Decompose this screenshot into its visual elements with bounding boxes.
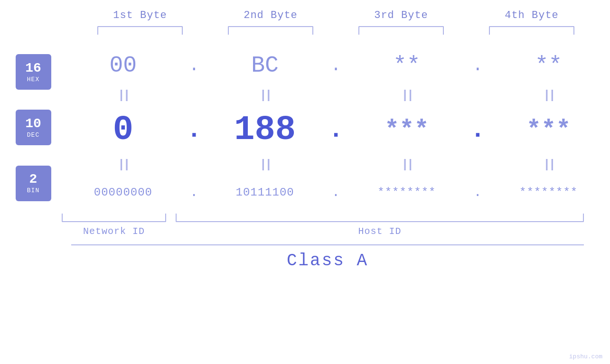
byte3-header: 3rd Byte xyxy=(336,9,467,21)
hex-dot2: . xyxy=(327,56,346,75)
hex-b2-cell: BC xyxy=(204,53,327,78)
main-container: 1st Byte 2nd Byte 3rd Byte 4th Byte 16 H… xyxy=(0,0,610,364)
bottom-bracket-network xyxy=(62,214,166,222)
dec-b3-cell: *** xyxy=(346,116,469,144)
hex-b3: ** xyxy=(393,53,421,78)
left-badges: 16 HEX 10 DEC 2 BIN xyxy=(0,44,62,211)
pipe-cell-1-1: || xyxy=(62,88,185,103)
dec-b3: *** xyxy=(385,116,429,144)
bin-b1-cell: 00000000 xyxy=(62,186,185,199)
dec-b2: 188 xyxy=(234,111,296,149)
dec-b4-cell: *** xyxy=(487,116,610,144)
bin-dot2: . xyxy=(327,185,346,200)
hex-b2: BC xyxy=(251,53,279,78)
pipe-cell-2-1: || xyxy=(62,158,185,172)
pipe-cell-2-4: || xyxy=(487,158,610,172)
dec-badge-label: DEC xyxy=(27,131,39,139)
dec-dot2: . xyxy=(327,116,346,144)
byte1-header: 1st Byte xyxy=(75,9,206,21)
dec-dot1: . xyxy=(185,116,204,144)
dec-b1-cell: 0 xyxy=(62,111,185,149)
bin-b4-cell: ******** xyxy=(487,186,610,199)
byte2-header: 2nd Byte xyxy=(206,9,336,21)
top-bracket-1 xyxy=(97,26,183,35)
class-label: Class A xyxy=(287,251,368,271)
content-area: 16 HEX 10 DEC 2 BIN 00 . xyxy=(0,44,610,211)
bin-dot3: . xyxy=(468,185,487,200)
bottom-bracket-host xyxy=(176,214,584,222)
top-bracket-2 xyxy=(228,26,313,35)
pipe-cell-1-2: || xyxy=(204,88,327,103)
bracket-cell-4 xyxy=(467,26,597,35)
bracket-cell-2 xyxy=(206,26,336,35)
pipe-row-1: || || || || xyxy=(62,87,610,104)
pipe-cell-1-3: || xyxy=(346,88,469,103)
byte-headers: 1st Byte 2nd Byte 3rd Byte 4th Byte xyxy=(75,9,597,21)
hex-dot1: . xyxy=(185,56,204,75)
hex-b1: 00 xyxy=(110,53,137,78)
bin-value-row: 00000000 . 10111100 . ******** . xyxy=(62,173,610,211)
watermark: ipshu.com xyxy=(569,353,602,360)
dec-dot3: . xyxy=(468,116,487,144)
bottom-brackets-row xyxy=(62,214,584,222)
hex-badge: 16 HEX xyxy=(16,54,51,90)
dec-b4: *** xyxy=(526,116,571,144)
host-id-label: Host ID xyxy=(176,226,584,237)
dec-badge: 10 DEC xyxy=(16,110,51,145)
bin-badge-label: BIN xyxy=(27,187,39,194)
pipe-row-2: || || || || xyxy=(62,156,610,173)
bin-badge: 2 BIN xyxy=(16,166,51,201)
pipe-cell-1-4: || xyxy=(487,88,610,103)
hex-b4: ** xyxy=(535,53,563,78)
dec-badge-num: 10 xyxy=(25,117,41,131)
bin-b2: 10111100 xyxy=(236,186,294,199)
hex-dot3: . xyxy=(468,56,487,75)
bin-b2-cell: 10111100 xyxy=(204,186,327,199)
bin-badge-num: 2 xyxy=(29,172,38,187)
dec-value-row: 0 . 188 . *** . *** xyxy=(62,104,610,156)
bin-b1: 00000000 xyxy=(94,186,152,199)
bin-b3: ******** xyxy=(377,186,436,199)
bin-dot1: . xyxy=(185,185,204,200)
dec-b1: 0 xyxy=(113,111,133,149)
hex-b1-cell: 00 xyxy=(62,53,185,78)
byte4-header: 4th Byte xyxy=(467,9,597,21)
hex-b3-cell: ** xyxy=(346,53,469,78)
bracket-cell-1 xyxy=(75,26,206,35)
hex-value-row: 00 . BC . ** . ** xyxy=(62,44,610,87)
pipe-cell-2-3: || xyxy=(346,158,469,172)
top-bracket-4 xyxy=(489,26,574,35)
rows-container: 00 . BC . ** . ** xyxy=(62,44,610,211)
bracket-cell-3 xyxy=(336,26,467,35)
hex-badge-num: 16 xyxy=(25,61,41,76)
bin-b3-cell: ******** xyxy=(346,186,469,199)
hex-b4-cell: ** xyxy=(487,53,610,78)
hex-badge-label: HEX xyxy=(27,76,39,83)
bin-b4: ******** xyxy=(519,186,578,199)
labels-row: Network ID Host ID xyxy=(62,226,584,237)
dec-b2-cell: 188 xyxy=(204,111,327,149)
pipe-cell-2-2: || xyxy=(204,158,327,172)
bottom-section: Network ID Host ID xyxy=(0,214,610,237)
class-row: Class A xyxy=(0,244,610,271)
network-id-label: Network ID xyxy=(62,226,166,237)
class-line-wrap: Class A xyxy=(71,244,584,271)
top-brackets xyxy=(75,26,597,35)
top-bracket-3 xyxy=(358,26,444,35)
